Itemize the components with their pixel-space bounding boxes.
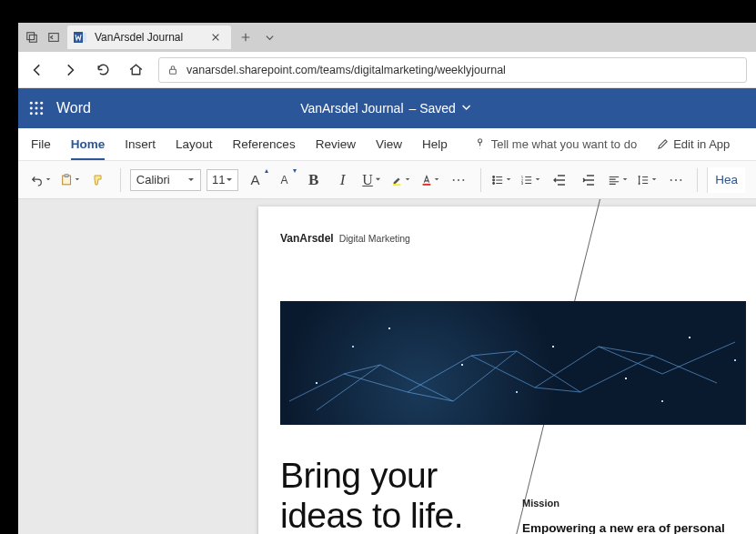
highlight-button[interactable] <box>389 167 413 193</box>
document-title-text: VanArsdel Journal <box>300 101 403 116</box>
svg-point-20 <box>493 176 495 177</box>
close-tab-icon[interactable] <box>209 31 222 44</box>
mission-headline: Empowering a new era of personal product… <box>522 521 748 534</box>
more-paragraph-options-icon[interactable]: ⋯ <box>664 167 688 193</box>
forward-button[interactable] <box>60 60 80 80</box>
ribbon-toolbar: Calibri 11 A▴ A▾ B I U ⋯ <box>18 161 756 199</box>
styles-pane[interactable]: Hea <box>707 167 745 193</box>
tell-me-search[interactable]: Tell me what you want to do <box>475 137 637 151</box>
browser-tab-title: VanArsdel Journal <box>95 31 183 44</box>
brand-subtitle: Digital Marketing <box>339 233 410 244</box>
browser-address-bar: vanarsdel.sharepoint.com/teams/digitalma… <box>18 52 756 88</box>
bullet-list-button[interactable] <box>489 167 513 193</box>
svg-rect-4 <box>83 33 86 42</box>
svg-point-7 <box>35 102 38 105</box>
home-button[interactable] <box>126 60 146 80</box>
svg-text:3: 3 <box>521 181 524 186</box>
edit-in-app-button[interactable]: Edit in App <box>657 137 730 151</box>
separator <box>480 168 481 192</box>
svg-rect-0 <box>27 33 35 40</box>
svg-rect-5 <box>170 69 176 74</box>
mission-block: Mission Empowering a new era of personal… <box>522 456 748 534</box>
svg-point-12 <box>30 112 33 115</box>
svg-rect-18 <box>392 184 400 186</box>
back-button[interactable] <box>27 60 47 80</box>
paste-button[interactable] <box>58 167 82 193</box>
tab-insert[interactable]: Insert <box>125 128 156 160</box>
url-input[interactable]: vanarsdel.sharepoint.com/teams/digitalma… <box>158 57 747 83</box>
svg-point-9 <box>30 107 33 110</box>
tab-actions-icon[interactable] <box>24 29 40 45</box>
undo-button[interactable] <box>29 167 53 193</box>
lock-icon <box>166 64 179 76</box>
svg-point-13 <box>35 112 38 115</box>
document-title[interactable]: VanArsdel Journal – Saved <box>300 101 474 116</box>
tab-review[interactable]: Review <box>316 128 356 160</box>
brand-header: VanArsdel Digital Marketing <box>280 232 748 245</box>
font-color-button[interactable] <box>418 167 442 193</box>
numbered-list-button[interactable]: 123 <box>519 167 542 193</box>
italic-button[interactable]: I <box>331 167 355 193</box>
set-aside-tabs-icon[interactable] <box>45 29 62 45</box>
shrink-font-button[interactable]: A▾ <box>273 167 297 193</box>
app-launcher-icon[interactable] <box>27 99 45 117</box>
tab-references[interactable]: References <box>233 128 296 160</box>
svg-point-14 <box>40 112 43 115</box>
svg-rect-19 <box>422 183 430 185</box>
brand-name: VanArsdel <box>280 232 334 245</box>
mission-label: Mission <box>522 498 748 509</box>
app-name: Word <box>56 100 91 116</box>
url-text: vanarsdel.sharepoint.com/teams/digitalma… <box>186 64 506 76</box>
underline-button[interactable]: U <box>360 167 384 193</box>
refresh-button[interactable] <box>93 60 113 80</box>
tabs-chevron-icon[interactable] <box>260 28 278 46</box>
tab-layout[interactable]: Layout <box>176 128 213 160</box>
svg-rect-1 <box>29 35 36 42</box>
font-family-select[interactable]: Calibri <box>130 169 201 191</box>
tab-file[interactable]: File <box>31 128 51 160</box>
browser-tab-strip: VanArsdel Journal <box>18 23 756 52</box>
document-page[interactable]: VanArsdel Digital Marketing Bring your i… <box>258 207 756 534</box>
svg-point-10 <box>35 107 38 110</box>
svg-point-6 <box>30 102 33 105</box>
font-size-select[interactable]: 11 <box>207 169 237 191</box>
align-button[interactable] <box>606 167 630 193</box>
browser-tab[interactable]: VanArsdel Journal <box>67 25 231 49</box>
separator <box>120 168 121 192</box>
word-title-bar: Word VanArsdel Journal – Saved <box>18 88 756 128</box>
tab-home[interactable]: Home <box>71 128 106 160</box>
svg-point-21 <box>493 179 495 181</box>
document-saved-status: – Saved <box>409 101 456 116</box>
new-tab-button[interactable] <box>237 28 255 46</box>
svg-point-15 <box>478 139 481 143</box>
svg-point-22 <box>493 182 495 184</box>
word-favicon-icon <box>73 30 87 45</box>
decrease-indent-button[interactable] <box>548 167 571 193</box>
tab-help[interactable]: Help <box>422 128 448 160</box>
more-font-options-icon[interactable]: ⋯ <box>448 167 471 193</box>
format-painter-button[interactable] <box>87 167 111 193</box>
line-spacing-button[interactable] <box>635 167 659 193</box>
browser-window: VanArsdel Journal vanarsde <box>18 23 756 534</box>
increase-indent-button[interactable] <box>577 167 600 193</box>
headline: Bring your ideas to life. <box>280 456 499 534</box>
chevron-down-icon <box>461 102 474 115</box>
tab-view[interactable]: View <box>376 128 402 160</box>
hero-image <box>280 301 746 425</box>
grow-font-button[interactable]: A▴ <box>244 167 267 193</box>
document-canvas[interactable]: VanArsdel Digital Marketing Bring your i… <box>18 199 756 534</box>
separator <box>697 168 698 192</box>
ribbon-tabs: File Home Insert Layout References Revie… <box>18 128 756 161</box>
bold-button[interactable]: B <box>302 167 326 193</box>
svg-rect-17 <box>65 175 68 177</box>
svg-point-11 <box>40 107 43 110</box>
svg-point-8 <box>40 102 43 105</box>
